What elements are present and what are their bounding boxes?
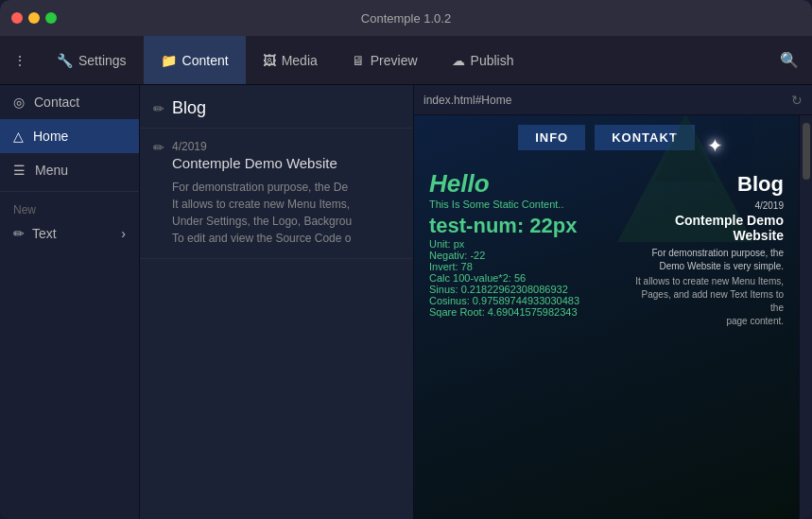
- title-bar: Contemple 1.0.2: [0, 0, 812, 36]
- nav-settings[interactable]: 🔧 Settings: [40, 36, 144, 84]
- top-nav: ⋮ 🔧 Settings 📁 Content 🖼 Media 🖥 Preview…: [0, 36, 812, 85]
- nav-settings-dots[interactable]: ⋮: [0, 36, 40, 84]
- preview-hello: Hello: [429, 169, 784, 199]
- blog-entry-date: 4/2019: [172, 140, 352, 153]
- preview-sinus: Sinus: 0.21822962308086932: [429, 284, 784, 295]
- blog-entry-line-3: Under Settings, the Logo, Backgrou: [172, 213, 352, 230]
- preview-panel: index.html#Home ↻ ✦ INFO KONTAKT Hello T…: [414, 85, 812, 519]
- new-section-label: New: [0, 196, 139, 218]
- preview-hero: Hello This Is Some Static Content.. test…: [414, 160, 799, 327]
- menu-icon: ☰: [13, 163, 26, 178]
- preview-negativ: Negativ: -22: [429, 250, 784, 261]
- cloud-icon: ☁: [452, 53, 465, 68]
- blog-title: Blog: [172, 98, 206, 118]
- sidebar: ◎ Contact △ Home ☰ Menu New ✏ Text ›: [0, 85, 140, 519]
- window-title: Contemple 1.0.2: [361, 11, 451, 26]
- preview-unit: Unit: px: [429, 238, 784, 250]
- address-text: index.html#Home: [423, 94, 784, 107]
- refresh-icon[interactable]: ↻: [791, 93, 803, 108]
- preview-left-content: Hello This Is Some Static Content.. test…: [429, 169, 784, 318]
- sidebar-item-text[interactable]: ✏ Text ›: [0, 218, 139, 249]
- traffic-lights: [11, 12, 57, 24]
- wrench-icon: 🔧: [57, 53, 73, 68]
- blog-entry-line-2: It allows to create new Menu Items,: [172, 196, 352, 213]
- sidebar-item-contact[interactable]: ◎ Contact: [0, 85, 139, 119]
- blog-entry-title: Contemple Demo Website: [172, 155, 352, 171]
- sidebar-divider: [0, 191, 139, 192]
- close-button[interactable]: [11, 12, 23, 24]
- image-icon: 🖼: [263, 53, 276, 68]
- pencil-icon: ✏: [13, 226, 25, 241]
- preview-invert: Invert: 78: [429, 261, 784, 272]
- preview-address-bar: index.html#Home ↻: [414, 85, 812, 115]
- preview-calc: Calc 100-value*2: 56: [429, 272, 784, 284]
- blog-header: ✏ Blog: [140, 85, 413, 129]
- preview-cosinus: Cosinus: 0.97589744933030483: [429, 295, 784, 306]
- nav-preview[interactable]: 🖥 Preview: [335, 36, 435, 84]
- dots-icon: ⋮: [13, 53, 26, 68]
- preview-test-num: test-num: 22px: [429, 214, 784, 238]
- nav-publish[interactable]: ☁ Publish: [435, 36, 531, 84]
- forward-arrow-icon: ›: [121, 226, 126, 241]
- nav-content[interactable]: 📁 Content: [144, 36, 246, 84]
- nav-search[interactable]: 🔍: [767, 36, 812, 84]
- sidebar-item-home[interactable]: △ Home: [0, 119, 139, 153]
- content-panel: ✏ Blog ✏ 4/2019 Contemple Demo Website F…: [140, 85, 414, 519]
- edit-icon[interactable]: ✏: [153, 101, 164, 116]
- blog-entry[interactable]: ✏ 4/2019 Contemple Demo Website For demo…: [140, 129, 413, 259]
- maximize-button[interactable]: [45, 12, 57, 24]
- text-item-left: ✏ Text: [13, 226, 57, 241]
- main-layout: ◎ Contact △ Home ☰ Menu New ✏ Text › ✏ B…: [0, 85, 812, 519]
- preview-static: This Is Some Static Content..: [429, 199, 784, 210]
- preview-scrollbar[interactable]: [799, 115, 812, 519]
- blog-entry-row: ✏ 4/2019 Contemple Demo Website For demo…: [153, 140, 400, 247]
- minimize-button[interactable]: [28, 12, 40, 24]
- preview-sqrt: Sqare Root: 4.69041575982343: [429, 306, 784, 318]
- folder-icon: 📁: [161, 53, 177, 68]
- sidebar-item-menu[interactable]: ☰ Menu: [0, 153, 139, 187]
- nav-media[interactable]: 🖼 Media: [246, 36, 335, 84]
- entry-edit-icon[interactable]: ✏: [153, 140, 164, 155]
- search-icon: 🔍: [780, 51, 799, 69]
- blog-entry-line-1: For demonstration purpose, the De: [172, 179, 352, 196]
- blog-entry-line-4: To edit and view the Source Code o: [172, 230, 352, 247]
- monitor-icon: 🖥: [352, 53, 365, 68]
- home-icon: △: [13, 129, 24, 144]
- preview-content: ✦ INFO KONTAKT Hello This Is Some Static…: [414, 115, 799, 519]
- contact-icon: ◎: [13, 95, 25, 110]
- scroll-thumb[interactable]: [803, 123, 810, 180]
- blog-entry-content: 4/2019 Contemple Demo Website For demons…: [172, 140, 352, 247]
- info-button[interactable]: INFO: [518, 125, 585, 150]
